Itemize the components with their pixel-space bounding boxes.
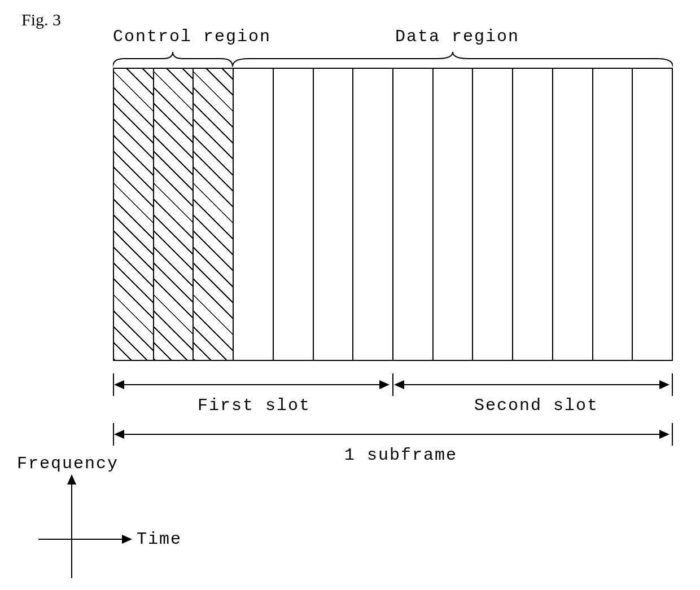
data-symbol-column [593, 69, 633, 360]
arrow-right-icon [379, 380, 390, 389]
arrow-up-icon [67, 474, 76, 485]
data-symbol-column [393, 69, 434, 360]
arrow-right-icon [659, 430, 670, 439]
axis-legend: Frequency Time [17, 454, 164, 584]
top-braces-icon [113, 50, 673, 69]
data-symbol-column [234, 69, 274, 360]
data-symbol-column [513, 69, 553, 360]
control-symbol-column [194, 69, 234, 360]
subframe-label: 1 subframe [344, 446, 457, 465]
time-axis-line [38, 539, 123, 540]
first-slot-dimension-line [117, 384, 388, 385]
frequency-axis-line [71, 482, 72, 578]
subframe-dimension-line [117, 434, 668, 435]
time-axis-label: Time [137, 530, 182, 549]
tick-mid-icon [392, 373, 393, 396]
figure-label: Fig. 3 [21, 10, 61, 29]
subframe-grid [113, 68, 673, 361]
arrow-left-icon [114, 430, 124, 439]
arrow-right-icon [659, 380, 670, 389]
arrow-right-icon [122, 535, 132, 544]
arrow-left-icon [394, 380, 404, 389]
tick-subframe-end-icon [672, 423, 673, 446]
data-symbol-column [553, 69, 593, 360]
control-region-label: Control region [113, 27, 271, 46]
data-region-label: Data region [395, 27, 519, 46]
top-region-labels: Control region Data region [113, 27, 673, 49]
arrow-left-icon [114, 380, 124, 389]
control-symbol-column [154, 69, 194, 360]
frequency-axis-label: Frequency [17, 454, 119, 473]
data-symbol-column [473, 69, 513, 360]
data-symbol-column [633, 69, 672, 360]
data-symbol-column [353, 69, 393, 360]
second-slot-dimension-line [397, 384, 668, 385]
data-symbol-column [274, 69, 314, 360]
dimension-annotations: First slot Second slot 1 subframe [113, 373, 673, 464]
tick-end-icon [672, 373, 673, 396]
data-symbol-column [434, 69, 474, 360]
second-slot-label: Second slot [474, 396, 598, 415]
control-symbol-column [114, 69, 154, 360]
first-slot-label: First slot [198, 396, 310, 415]
data-symbol-column [314, 69, 354, 360]
